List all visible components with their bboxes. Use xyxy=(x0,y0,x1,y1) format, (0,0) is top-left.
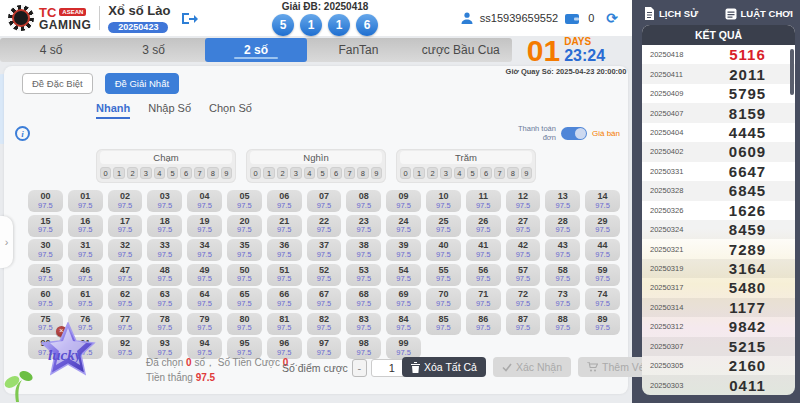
digit-button[interactable]: 8 xyxy=(207,167,218,179)
number-cell[interactable]: 2597.5 xyxy=(426,215,461,237)
digit-button[interactable]: 2 xyxy=(127,167,138,179)
number-cell[interactable]: 0297.5 xyxy=(108,190,143,212)
digit-button[interactable]: 5 xyxy=(167,167,178,179)
number-cell[interactable]: 4597.5 xyxy=(28,264,63,286)
digit-button[interactable]: 1 xyxy=(263,167,274,179)
digit-button[interactable]: 7 xyxy=(494,167,505,179)
digit-button[interactable]: 6 xyxy=(180,167,191,179)
number-cell[interactable]: 1697.5 xyxy=(68,215,103,237)
number-cell[interactable]: 1297.5 xyxy=(506,190,541,212)
number-cell[interactable]: 0497.5 xyxy=(187,190,222,212)
mode-tab-nhập-số[interactable]: Nhập Số xyxy=(148,102,191,119)
digit-button[interactable]: 4 xyxy=(154,167,165,179)
digit-button[interactable]: 3 xyxy=(140,167,151,179)
game-tab-4-số[interactable]: 4 số xyxy=(0,38,102,62)
number-cell[interactable]: 1997.5 xyxy=(187,215,222,237)
number-cell[interactable]: 6497.5 xyxy=(187,288,222,310)
export-icon[interactable] xyxy=(180,10,198,26)
number-cell[interactable]: 0197.5 xyxy=(68,190,103,212)
number-cell[interactable]: 7197.5 xyxy=(466,288,501,310)
number-cell[interactable]: 6797.5 xyxy=(307,288,342,310)
number-cell[interactable]: 3197.5 xyxy=(68,239,103,261)
number-cell[interactable]: 3597.5 xyxy=(227,239,262,261)
number-cell[interactable]: 5297.5 xyxy=(307,264,342,286)
number-cell[interactable]: 4897.5 xyxy=(147,264,182,286)
number-cell[interactable]: 0797.5 xyxy=(307,190,342,212)
number-cell[interactable]: 4997.5 xyxy=(187,264,222,286)
digit-button[interactable]: 7 xyxy=(194,167,205,179)
number-cell[interactable]: 2097.5 xyxy=(227,215,262,237)
results-scrollbar[interactable] xyxy=(790,49,794,95)
number-cell[interactable]: 2497.5 xyxy=(386,215,421,237)
number-cell[interactable]: 7097.5 xyxy=(426,288,461,310)
number-cell[interactable]: 2397.5 xyxy=(346,215,381,237)
number-cell[interactable]: 8097.5 xyxy=(227,313,262,335)
digit-button[interactable]: 7 xyxy=(344,167,355,179)
game-tab-3-số[interactable]: 3 số xyxy=(102,38,204,62)
number-cell[interactable]: 2297.5 xyxy=(307,215,342,237)
stake-minus-button[interactable]: - xyxy=(352,359,367,377)
number-cell[interactable]: 1397.5 xyxy=(545,190,580,212)
number-cell[interactable]: 7497.5 xyxy=(585,288,620,310)
number-cell[interactable]: 4697.5 xyxy=(68,264,103,286)
rules-button[interactable]: LUẬT CHƠI xyxy=(725,7,793,20)
number-cell[interactable]: 5997.5 xyxy=(585,264,620,286)
number-cell[interactable]: 7397.5 xyxy=(545,288,580,310)
game-tab-cược-bầu-cua[interactable]: cược Bầu Cua xyxy=(410,38,512,62)
wallet-icon[interactable] xyxy=(564,12,580,25)
number-cell[interactable]: 8797.5 xyxy=(506,313,541,335)
mode-tab-nhanh[interactable]: Nhanh xyxy=(96,102,130,119)
number-cell[interactable]: 3397.5 xyxy=(147,239,182,261)
digit-button[interactable]: 3 xyxy=(440,167,451,179)
game-tab-2-số[interactable]: 2 số xyxy=(205,38,307,62)
number-cell[interactable]: 8897.5 xyxy=(545,313,580,335)
digit-button[interactable]: 0 xyxy=(100,167,111,179)
digit-button[interactable]: 6 xyxy=(330,167,341,179)
number-cell[interactable]: 5697.5 xyxy=(466,264,501,286)
info-icon[interactable]: i xyxy=(15,126,30,141)
digit-button[interactable]: 4 xyxy=(304,167,315,179)
number-cell[interactable]: 0897.5 xyxy=(346,190,381,212)
mode-tab-chọn-số[interactable]: Chọn Số xyxy=(209,102,252,119)
number-cell[interactable]: 2897.5 xyxy=(545,215,580,237)
panel-expander-chevron-icon[interactable]: › xyxy=(0,216,13,268)
number-cell[interactable]: 0997.5 xyxy=(386,190,421,212)
number-cell[interactable]: 2997.5 xyxy=(585,215,620,237)
number-cell[interactable]: 2697.5 xyxy=(466,215,501,237)
digit-button[interactable]: 9 xyxy=(521,167,532,179)
digit-button[interactable]: 1 xyxy=(413,167,424,179)
number-cell[interactable]: 6097.5 xyxy=(28,288,63,310)
number-cell[interactable]: 7297.5 xyxy=(506,288,541,310)
number-cell[interactable]: 0097.5 xyxy=(28,190,63,212)
number-cell[interactable]: 5797.5 xyxy=(506,264,541,286)
number-cell[interactable]: 6397.5 xyxy=(147,288,182,310)
clear-all-button[interactable]: Xóa Tất Cả xyxy=(402,357,486,377)
number-cell[interactable]: 5397.5 xyxy=(346,264,381,286)
digit-button[interactable]: 0 xyxy=(250,167,261,179)
digit-button[interactable]: 8 xyxy=(357,167,368,179)
number-cell[interactable]: 1097.5 xyxy=(426,190,461,212)
number-cell[interactable]: 5497.5 xyxy=(386,264,421,286)
number-cell[interactable]: 6897.5 xyxy=(346,288,381,310)
game-tab-fantan[interactable]: FanTan xyxy=(307,38,409,62)
refresh-icon[interactable]: ⟳ xyxy=(606,10,618,26)
number-cell[interactable]: 4497.5 xyxy=(585,239,620,261)
confirm-button[interactable]: Xác Nhận xyxy=(493,357,571,377)
number-cell[interactable]: 2197.5 xyxy=(267,215,302,237)
number-cell[interactable]: 5597.5 xyxy=(426,264,461,286)
number-cell[interactable]: 7997.5 xyxy=(187,313,222,335)
digit-button[interactable]: 9 xyxy=(371,167,382,179)
digit-button[interactable]: 9 xyxy=(221,167,232,179)
number-cell[interactable]: 7797.5 xyxy=(108,313,143,335)
number-cell[interactable]: 5897.5 xyxy=(545,264,580,286)
number-cell[interactable]: 0697.5 xyxy=(267,190,302,212)
digit-button[interactable]: 6 xyxy=(480,167,491,179)
number-cell[interactable]: 1897.5 xyxy=(147,215,182,237)
digit-button[interactable]: 2 xyxy=(427,167,438,179)
number-cell[interactable]: 8597.5 xyxy=(426,313,461,335)
digit-button[interactable]: 1 xyxy=(113,167,124,179)
number-cell[interactable]: 8697.5 xyxy=(466,313,501,335)
bet-type-button[interactable]: Đề Giải Nhất xyxy=(105,73,179,94)
number-cell[interactable]: 6197.5 xyxy=(68,288,103,310)
number-cell[interactable]: 8997.5 xyxy=(585,313,620,335)
